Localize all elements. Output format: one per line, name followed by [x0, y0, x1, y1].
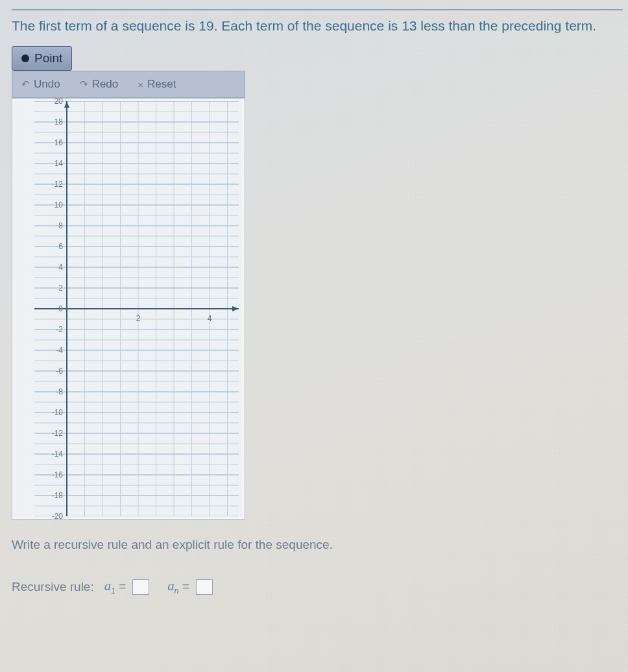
y-tick-label: 4 — [45, 263, 63, 272]
an-expression: an = — [167, 578, 189, 595]
y-tick-label: -6 — [45, 366, 63, 376]
y-tick-label: -20 — [45, 512, 63, 521]
svg-marker-74 — [64, 101, 69, 108]
coordinate-plane[interactable]: 20181614121086420-2-4-6-8-10-12-14-16-18… — [15, 101, 242, 516]
problem-statement: The first term of a sequence is 19. Each… — [12, 17, 623, 34]
undo-label: Undo — [34, 78, 60, 91]
recursive-prefix: Recursive rule: — [12, 580, 94, 594]
tool-row-2: ↶ Undo ↷ Redo × Reset — [12, 71, 245, 98]
y-tick-label: 6 — [45, 242, 63, 251]
an-input[interactable] — [196, 579, 213, 595]
divider-top — [12, 9, 623, 10]
y-tick-label: 12 — [45, 180, 63, 189]
x-tick-label: 4 — [208, 314, 212, 323]
point-tool-label: Point — [34, 51, 62, 66]
y-tick-label: -2 — [45, 325, 63, 334]
y-tick-label: 10 — [45, 200, 63, 210]
tool-row-1: Point — [12, 46, 623, 71]
y-tick-label: 20 — [45, 97, 63, 106]
y-tick-label: 8 — [45, 221, 63, 230]
point-icon — [21, 54, 29, 62]
reset-label: Reset — [147, 78, 176, 91]
recursive-rule-row: Recursive rule: a1 = an = — [12, 578, 623, 595]
instruction-text: Write a recursive rule and an explicit r… — [12, 538, 623, 552]
reset-icon: × — [138, 79, 143, 90]
undo-icon: ↶ — [21, 78, 30, 90]
redo-button[interactable]: ↷ Redo — [80, 78, 119, 91]
y-tick-label: 2 — [45, 283, 63, 293]
redo-label: Redo — [92, 78, 119, 91]
svg-marker-75 — [232, 306, 239, 311]
y-tick-label: 16 — [45, 138, 63, 147]
y-tick-label: 14 — [45, 159, 63, 168]
undo-button[interactable]: ↶ Undo — [21, 78, 60, 91]
y-tick-label: 0 — [45, 304, 63, 313]
y-tick-label: -14 — [45, 450, 63, 459]
y-tick-label: -10 — [45, 408, 63, 417]
redo-icon: ↷ — [80, 78, 88, 90]
y-tick-label: 18 — [45, 117, 63, 126]
a1-expression: a1 = — [104, 578, 127, 595]
point-tool-button[interactable]: Point — [12, 46, 72, 71]
y-tick-label: -16 — [45, 470, 63, 479]
y-tick-label: -18 — [45, 491, 63, 500]
y-tick-label: -12 — [45, 429, 63, 438]
graph-container: 20181614121086420-2-4-6-8-10-12-14-16-18… — [12, 98, 245, 520]
x-tick-label: 2 — [136, 314, 141, 323]
a1-input[interactable] — [132, 579, 149, 595]
reset-button[interactable]: × Reset — [138, 78, 176, 91]
y-tick-label: -8 — [45, 387, 63, 396]
y-tick-label: -4 — [45, 346, 63, 355]
